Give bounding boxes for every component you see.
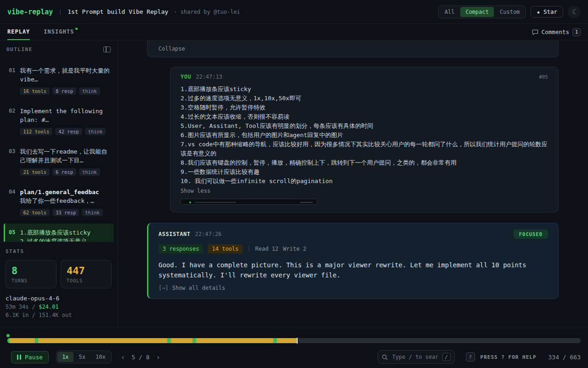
outline-item-04[interactable]: 04 plan/1.general_feedbac 我给了你一些feedback…	[4, 183, 113, 221]
assistant-text: Good. I have a complete picture. This is…	[158, 260, 548, 280]
outline-list: 01 我有一个需求，就是我平时大量的vibe… 16 tools 8 resp …	[0, 59, 117, 242]
thumbnail-speck	[189, 201, 191, 203]
read-count: Read 12	[255, 246, 279, 252]
help-key-hint: ?	[466, 352, 475, 362]
view-mode-all[interactable]: All	[440, 7, 460, 17]
assistant-message-card: ASSISTANT 22:47:26 FOCUSED 3 responses 1…	[147, 223, 559, 299]
message-line: 2.过多的速度选项无意义，1x,10x,50x即可	[181, 94, 548, 103]
comments-button[interactable]: Comments 1	[532, 24, 581, 40]
outline-item-02[interactable]: 02 Implement the following plan: #… 112 …	[4, 102, 113, 140]
outline-item-badges: 21 tools 6 resp think	[20, 168, 110, 176]
outline-item-05-selected[interactable]: 05 1.底部播放条应该sticky 2.过多的速度选项无意义	[4, 224, 113, 242]
duration-cost-line: 53m 34s / $24.01	[6, 304, 112, 310]
outline-item-title: 我们去写一下readme，让我能自己理解并且测试一下目…	[20, 147, 110, 165]
message-line: 8.我们应该有键盘的控制，暂停，播放，精确控制上下，跳转到下一个用户提问，之类的…	[181, 158, 548, 167]
shared-by-label: · shared by @tuo-lei	[174, 9, 240, 15]
turns-stat-card: 8 TURNS	[6, 260, 57, 288]
event-counter: 334 / 663	[548, 354, 581, 361]
show-all-details-button[interactable]: [→] Show all details	[158, 285, 548, 291]
turn-navigation: ‹ 5 / 8 ›	[121, 353, 160, 362]
thumbnail-speck	[195, 202, 236, 203]
tools-label: TOOLS	[67, 278, 106, 283]
tools-value: 447	[67, 265, 106, 276]
timeline-bar[interactable]	[7, 338, 581, 343]
message-line: 3.空格随时暂停，允许暂停特效	[181, 103, 548, 112]
header-actions: All Compact Custom ★ Star ☾	[438, 6, 581, 18]
tools-badge: 62 tools	[20, 209, 50, 216]
search-icon	[382, 354, 388, 360]
moon-icon: ☾	[572, 8, 576, 16]
pause-label: Pause	[25, 354, 43, 361]
turn-position: 5 / 8	[131, 354, 149, 361]
cost-value: $24.01	[39, 304, 58, 310]
responses-badge: 8 resp	[52, 87, 76, 95]
outline-item-body: Implement the following plan: #… 112 too…	[20, 107, 110, 135]
turns-value: 8	[11, 265, 51, 276]
pause-button[interactable]: Pause	[11, 351, 49, 363]
timeline-marker-dot[interactable]	[6, 334, 10, 337]
role-label-you: YOU	[181, 74, 191, 80]
outline-item-number: 02	[9, 107, 15, 135]
thumbnail-speck	[300, 202, 313, 203]
think-badge: think	[79, 87, 100, 95]
prev-turn-button[interactable]: ‹	[121, 353, 125, 362]
outline-item-title: 我有一个需求，就是我平时大量的vibe…	[20, 66, 110, 84]
outline-item-badges: 16 tools 8 resp think	[20, 87, 110, 95]
outline-item-title-line2: 2.过多的速度选项无意义	[20, 237, 110, 242]
outline-item-01[interactable]: 01 我有一个需求，就是我平时大量的vibe… 16 tools 8 resp …	[4, 62, 113, 99]
outline-item-number: 03	[9, 147, 15, 176]
outline-item-body: plan/1.general_feedbac 我给了你一些feedback，… …	[20, 188, 110, 216]
view-mode-custom[interactable]: Custom	[495, 7, 525, 17]
theme-toggle-button[interactable]: ☾	[568, 6, 581, 18]
stat-cards: 8 TURNS 447 TOOLS	[6, 260, 112, 288]
session-title: 1st Prompt build Vibe Replay	[68, 8, 168, 15]
turns-label: TURNS	[11, 278, 51, 283]
message-header: YOU 22:47:13 #05	[181, 74, 548, 80]
sidebar-toggle-icon[interactable]	[103, 46, 111, 52]
outline-header: OUTLINE	[0, 40, 117, 57]
outline-item-title: 我给了你一些feedback，…	[20, 196, 110, 205]
message-stats-row: 3 responses 14 tools | Read 12 Write 2	[158, 244, 548, 253]
comments-label: Comments	[542, 29, 569, 35]
outline-item-number: 05	[9, 228, 15, 242]
message-header: ASSISTANT 22:47:26 FOCUSED	[158, 230, 548, 239]
message-line: 7.vs code中有那种缩略的导航，应该比较好用，因为很多情况下其实比较关心用…	[181, 140, 548, 158]
outline-item-03[interactable]: 03 我们去写一下readme，让我能自己理解并且测试一下目… 21 tools…	[4, 143, 113, 180]
role-label-assistant: ASSISTANT	[158, 231, 191, 237]
pill-divider: |	[247, 246, 250, 252]
header-divider: |	[58, 8, 62, 15]
search-key-hint: /	[442, 353, 451, 361]
outline-item-number: 04	[9, 188, 15, 216]
outline-item-title-line1: 1.底部播放条应该sticky	[20, 228, 110, 237]
tab-insights[interactable]: INSIGHTS	[44, 24, 74, 40]
message-body: 1.底部播放条应该sticky 2.过多的速度选项无意义，1x,10x,50x即…	[181, 85, 548, 186]
outline-item-title: Implement the following plan: #…	[20, 107, 110, 124]
think-badge: think	[82, 209, 103, 216]
tab-insights-label: INSIGHTS	[44, 29, 74, 35]
stats-panel: STATS 8 TURNS 447 TOOLS claude-opus-4-6 …	[0, 242, 117, 328]
think-badge: think	[85, 128, 106, 135]
tab-replay[interactable]: REPLAY	[7, 24, 30, 40]
tools-stat-card: 447 TOOLS	[61, 260, 112, 288]
collapse-button[interactable]: Collapse	[158, 46, 185, 52]
speed-1x-button[interactable]: 1x	[57, 352, 73, 362]
tools-badge: 112 tools	[20, 128, 52, 135]
star-button[interactable]: ★ Star	[531, 6, 563, 17]
view-mode-switcher: All Compact Custom	[438, 6, 526, 18]
speed-10x-button[interactable]: 10x	[91, 352, 110, 362]
app-header: vibe-replay | 1st Prompt build Vibe Repl…	[0, 0, 588, 24]
view-mode-compact[interactable]: Compact	[460, 7, 494, 17]
speed-5x-button[interactable]: 5x	[74, 352, 90, 362]
search-box[interactable]: /	[378, 350, 455, 364]
responses-badge: 42 resp	[55, 128, 82, 135]
outline-item-badges: 62 tools 33 resp think	[20, 209, 110, 216]
timeline-playhead[interactable]	[297, 338, 298, 344]
replay-feed: Collapse YOU 22:47:13 #05 1.底部播放条应该stick…	[118, 40, 588, 328]
expand-arrow-icon: [→]	[158, 285, 169, 291]
show-less-button[interactable]: Show less	[181, 188, 210, 194]
tools-badge: 16 tools	[20, 87, 50, 95]
next-turn-button[interactable]: ›	[156, 353, 161, 362]
search-input[interactable]	[391, 353, 439, 361]
timeline-wrap	[7, 338, 581, 343]
message-image-thumbnail[interactable]	[181, 199, 317, 205]
